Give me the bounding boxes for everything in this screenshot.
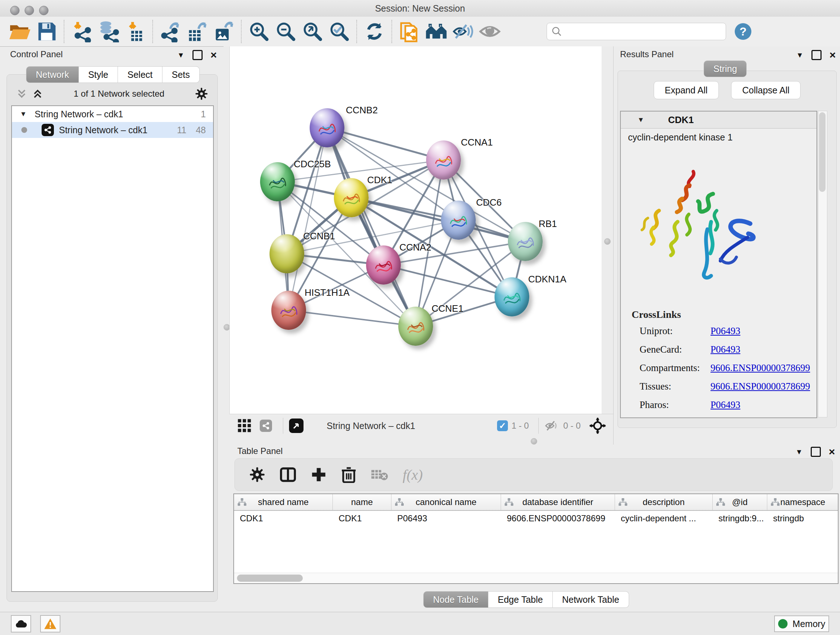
gene-header-row[interactable]: ▼ CDK1 <box>621 111 816 128</box>
export-image-button[interactable] <box>210 19 237 43</box>
panel-float-icon[interactable] <box>193 50 202 60</box>
network-node-CCNE1[interactable] <box>398 307 433 346</box>
collapse-all-networks-icon[interactable] <box>16 88 27 99</box>
column-header-canonical-name[interactable]: canonical name <box>392 494 501 510</box>
column-header--id[interactable]: @id <box>713 494 767 510</box>
table-cell[interactable]: CDK1 <box>333 513 392 524</box>
network-home-button[interactable] <box>423 19 450 43</box>
zoom-fit-button[interactable] <box>299 19 326 43</box>
network-node-CDK1[interactable] <box>334 178 369 217</box>
network-node-CDC6[interactable] <box>441 201 476 240</box>
column-header-shared-name[interactable]: shared name <box>234 494 333 510</box>
gear-icon[interactable] <box>195 87 208 100</box>
crosslink-link[interactable]: 9606.ENSP00000378699 <box>711 363 810 374</box>
crosslink-link[interactable]: P06493 <box>711 325 741 337</box>
table-cell[interactable]: P06493 <box>392 513 501 524</box>
collection-expand-icon[interactable]: ▼ <box>20 110 27 118</box>
zoom-in-button[interactable] <box>246 19 272 43</box>
right-splitter[interactable] <box>602 46 613 414</box>
expand-all-networks-icon[interactable] <box>32 88 43 99</box>
open-session-button[interactable] <box>6 19 33 43</box>
tab-sets[interactable]: Sets <box>163 66 200 83</box>
network-node-HIST1H1A[interactable] <box>271 291 306 330</box>
network-node-CDKN1A[interactable] <box>494 277 529 317</box>
table-horizontal-scrollbar[interactable] <box>234 573 838 583</box>
warning-status-button[interactable] <box>40 615 60 632</box>
network-node-CCNB2[interactable] <box>309 108 344 147</box>
import-table-file-button[interactable] <box>122 19 149 43</box>
network-edge[interactable] <box>289 128 327 310</box>
panel-menu-icon[interactable]: ▼ <box>796 448 803 456</box>
tab-node-table[interactable]: Node Table <box>423 591 488 608</box>
hide-annotations-button[interactable] <box>450 19 477 43</box>
fit-content-crosshair-icon[interactable] <box>589 417 606 434</box>
memory-button[interactable]: Memory <box>774 616 829 632</box>
selected-checkbox-icon[interactable]: ✓ <box>497 420 508 431</box>
column-header-name[interactable]: name <box>333 494 392 510</box>
bottom-splitter-grip[interactable] <box>531 438 537 445</box>
network-node-CCNB1[interactable] <box>270 234 304 273</box>
network-view-share-icon[interactable] <box>260 420 272 432</box>
tab-string[interactable]: String <box>704 60 747 77</box>
expand-all-button[interactable]: Expand All <box>654 81 719 99</box>
share-document-button[interactable] <box>396 19 423 43</box>
panel-menu-icon[interactable]: ▼ <box>177 51 185 59</box>
help-button[interactable]: ? <box>735 23 752 40</box>
tab-edge-table[interactable]: Edge Table <box>488 591 553 608</box>
right-splitter-grip[interactable] <box>604 238 611 245</box>
crosslink-link[interactable]: P06493 <box>711 344 741 355</box>
show-columns-icon[interactable] <box>279 466 296 483</box>
zoom-out-button[interactable] <box>272 19 299 43</box>
column-header-database-identifier[interactable]: database identifier <box>501 494 615 510</box>
table-cell[interactable]: 9606.ENSP00000378699 <box>501 513 615 524</box>
table-cell[interactable]: stringdb:9... <box>713 513 767 524</box>
zoom-selected-button[interactable] <box>326 19 353 43</box>
panel-close-icon[interactable]: × <box>210 51 217 59</box>
export-network-button[interactable] <box>157 19 184 43</box>
network-row-selected[interactable]: String Network – cdk1 11 48 <box>12 122 213 138</box>
panel-float-icon[interactable] <box>811 447 821 457</box>
network-edge[interactable] <box>327 128 444 160</box>
crosslink-link[interactable]: 9606.ENSP00000378699 <box>711 381 810 392</box>
panel-menu-icon[interactable]: ▼ <box>796 51 804 59</box>
network-node-RB1[interactable] <box>508 222 543 261</box>
network-node-CCNA2[interactable] <box>366 245 401 285</box>
delete-column-trash-icon[interactable] <box>341 466 356 483</box>
tab-network-table[interactable]: Network Table <box>553 591 629 608</box>
table-cell[interactable]: stringdb <box>767 513 838 524</box>
column-header-description[interactable]: description <box>615 494 713 510</box>
network-node-CCNA1[interactable] <box>426 141 461 180</box>
gene-collapse-icon[interactable]: ▼ <box>638 116 644 124</box>
save-session-button[interactable] <box>33 19 60 43</box>
table-cell[interactable]: cyclin-dependent ... <box>615 513 713 524</box>
column-header-namespace[interactable]: namespace <box>767 494 838 510</box>
tab-style[interactable]: Style <box>79 66 118 83</box>
results-scrollbar[interactable] <box>818 111 827 417</box>
refresh-button[interactable] <box>361 19 388 43</box>
network-node-CDC25B[interactable] <box>260 162 295 201</box>
cloud-status-button[interactable] <box>11 615 31 632</box>
left-splitter[interactable] <box>224 46 229 414</box>
network-canvas[interactable]: CCNB2CCNA1CDC25BCDK1CDC6RB1CCNB1CCNA2CDK… <box>229 46 602 414</box>
network-collection-row[interactable]: ▼ String Network – cdk1 1 <box>12 106 213 122</box>
collapse-all-button[interactable]: Collapse All <box>731 81 801 99</box>
grid-view-icon[interactable] <box>237 418 252 433</box>
birds-eye-view-icon[interactable] <box>289 418 303 433</box>
tab-select[interactable]: Select <box>118 66 162 83</box>
panel-close-icon[interactable]: × <box>829 448 835 456</box>
import-network-database-button[interactable] <box>95 19 122 43</box>
search-input[interactable] <box>562 26 722 37</box>
export-table-button[interactable] <box>184 19 210 43</box>
add-column-plus-icon[interactable] <box>311 467 327 483</box>
table-cell[interactable]: CDK1 <box>234 513 333 524</box>
search-box[interactable] <box>546 23 726 40</box>
table-row[interactable]: CDK1CDK1P064939606.ENSP00000378699cyclin… <box>234 511 838 526</box>
panel-close-icon[interactable]: × <box>829 51 836 59</box>
crosslink-link[interactable]: P06493 <box>711 399 741 410</box>
import-network-file-button[interactable] <box>68 19 95 43</box>
panel-float-icon[interactable] <box>812 50 821 60</box>
tab-network[interactable]: Network <box>26 66 79 83</box>
network-edge[interactable] <box>289 310 416 326</box>
show-graphics-details-button[interactable] <box>477 19 503 43</box>
table-settings-gear-icon[interactable] <box>249 467 265 483</box>
